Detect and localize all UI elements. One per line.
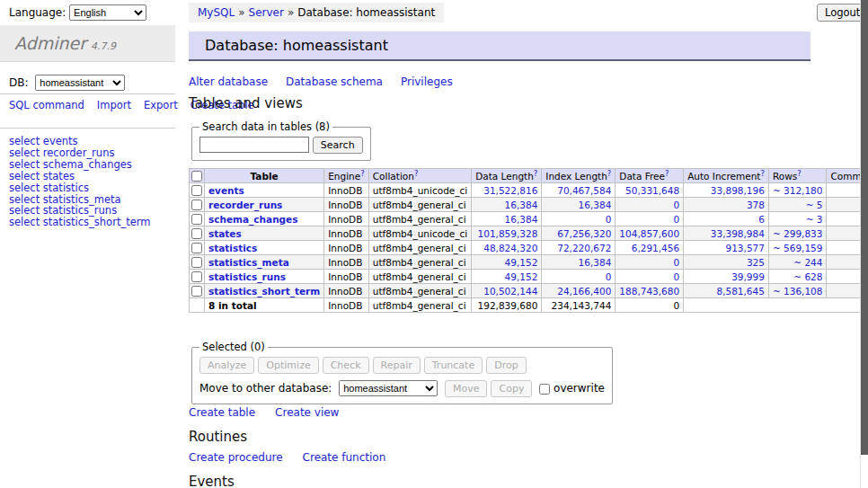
link-create-function[interactable]: Create function: [303, 451, 386, 464]
data-free-value-link[interactable]: 0: [673, 214, 679, 225]
db-link-database-schema[interactable]: Database schema: [286, 75, 383, 88]
table-name-link[interactable]: recorder_runs: [208, 200, 282, 210]
row-checkbox[interactable]: [191, 185, 202, 196]
rows-value-link[interactable]: ~ 312,180: [773, 185, 823, 196]
help-link[interactable]: ?: [607, 168, 612, 177]
data-length-value-link[interactable]: 49,152: [505, 257, 538, 268]
data-length-value-link[interactable]: 10,502,144: [483, 286, 537, 297]
table-name-link[interactable]: events: [208, 185, 244, 196]
index-length-value-link[interactable]: 16,384: [579, 200, 612, 210]
help-link[interactable]: ?: [360, 168, 365, 177]
move-move-button[interactable]: Move: [445, 380, 488, 397]
row-checkbox[interactable]: [191, 257, 202, 268]
data-free-value-link[interactable]: 188,743,680: [619, 286, 679, 297]
help-link[interactable]: ?: [797, 168, 802, 177]
row-checkbox[interactable]: [191, 228, 202, 239]
auto-increment-value-link[interactable]: 33,398,984: [711, 228, 765, 239]
rows-value-link[interactable]: ~ 628: [793, 271, 822, 282]
data-free-value-link[interactable]: 50,331,648: [625, 185, 679, 196]
table-name-link[interactable]: statistics_short_term: [208, 286, 320, 297]
help-link[interactable]: ?: [665, 168, 669, 177]
routines-heading: Routines: [189, 429, 247, 445]
move-copy-button[interactable]: Copy: [491, 380, 532, 397]
rows-value-link[interactable]: ~ 569,159: [773, 243, 823, 253]
selected-optimize-button[interactable]: Optimize: [258, 357, 318, 374]
data-free-value-link[interactable]: 6,291,456: [632, 243, 679, 253]
data-length-value-link[interactable]: 31,522,816: [483, 185, 537, 196]
sidebar-table-link-select-recorder-runs[interactable]: select recorder_runs: [9, 147, 150, 159]
rows-value-link[interactable]: ~ 5: [806, 200, 823, 210]
db-select[interactable]: homeassistant: [35, 75, 125, 91]
breadcrumb-server-link[interactable]: Server: [249, 6, 284, 19]
index-length-value-link[interactable]: 16,384: [579, 257, 612, 268]
auto-increment-value-link[interactable]: 913,577: [726, 243, 765, 253]
sidebar-table-link-select-statistics-short-term[interactable]: select statistics_short_term: [9, 217, 150, 228]
column-header-index-length: Index Length?: [542, 169, 616, 183]
index-length-value-link[interactable]: 0: [606, 271, 612, 282]
auto-increment-value-link[interactable]: 39,999: [731, 271, 765, 282]
rows-value-link[interactable]: ~ 244: [793, 257, 822, 268]
auto-increment-value-link[interactable]: 33,898,196: [711, 185, 765, 196]
table-name-link[interactable]: statistics_meta: [208, 257, 289, 268]
search-input[interactable]: [199, 137, 309, 153]
index-length-value-link[interactable]: 72,220,672: [557, 243, 611, 253]
auto-increment-value-link[interactable]: 8,581,645: [716, 286, 764, 297]
sidebar-link-export[interactable]: Export: [144, 99, 178, 111]
rows-value-link[interactable]: ~ 299,833: [773, 228, 823, 239]
sidebar-table-link-select-states[interactable]: select states: [9, 171, 150, 182]
overwrite-checkbox[interactable]: [539, 384, 550, 395]
data-length-value-link[interactable]: 16,384: [505, 214, 538, 225]
help-link[interactable]: ?: [534, 168, 538, 177]
selected-repair-button[interactable]: Repair: [373, 357, 421, 374]
table-name-link[interactable]: statistics: [208, 243, 257, 253]
row-checkbox[interactable]: [191, 214, 202, 225]
breadcrumb-mysql-link[interactable]: MySQL: [198, 6, 235, 19]
select-all-checkbox[interactable]: [191, 171, 202, 182]
data-length-value-link[interactable]: 16,384: [505, 200, 538, 210]
language-select[interactable]: English: [69, 4, 146, 21]
rows-value-link[interactable]: ~ 3: [806, 214, 823, 225]
sidebar-table-link-select-statistics[interactable]: select statistics: [9, 182, 150, 194]
db-link-privileges[interactable]: Privileges: [401, 75, 453, 88]
table-name-link[interactable]: statistics_runs: [208, 271, 286, 282]
auto-increment-value-link[interactable]: 6: [758, 214, 765, 225]
link-create-table[interactable]: Create table: [189, 406, 255, 419]
auto-increment-value-link[interactable]: 325: [747, 257, 765, 268]
table-name-link[interactable]: schema_changes: [208, 214, 298, 225]
sidebar-link-import[interactable]: Import: [97, 99, 131, 111]
row-checkbox[interactable]: [191, 271, 202, 282]
link-create-view[interactable]: Create view: [275, 406, 339, 419]
rows-value-link[interactable]: ~ 136,108: [773, 286, 823, 297]
row-checkbox[interactable]: [191, 200, 202, 210]
data-length-value-link[interactable]: 49,152: [505, 271, 538, 282]
selected-truncate-button[interactable]: Truncate: [424, 357, 483, 374]
help-link[interactable]: ?: [414, 168, 419, 177]
help-link[interactable]: ?: [760, 168, 765, 177]
table-name-link[interactable]: states: [208, 228, 242, 239]
search-button[interactable]: Search: [313, 137, 363, 154]
row-checkbox[interactable]: [191, 243, 202, 253]
data-length-value-link[interactable]: 48,824,320: [483, 243, 537, 253]
data-free-value-link[interactable]: 104,857,600: [619, 228, 679, 239]
sidebar-table-link-select-events[interactable]: select events: [9, 136, 150, 147]
index-length-value-link[interactable]: 70,467,584: [557, 185, 611, 196]
db-link-alter-database[interactable]: Alter database: [189, 75, 268, 88]
data-free-value-link[interactable]: 0: [673, 271, 679, 282]
index-length-value-link[interactable]: 67,256,320: [557, 228, 611, 239]
index-length-value-link[interactable]: 0: [606, 214, 612, 225]
selected-drop-button[interactable]: Drop: [486, 357, 526, 374]
data-length-value-link[interactable]: 101,859,328: [478, 228, 538, 239]
data-free-value-link[interactable]: 0: [673, 257, 679, 268]
index-length-value-link[interactable]: 24,166,400: [557, 286, 611, 297]
selected-check-button[interactable]: Check: [323, 357, 369, 374]
row-checkbox[interactable]: [191, 286, 202, 297]
create-links-row: Create tableCreate view: [189, 406, 359, 419]
selected-analyze-button[interactable]: Analyze: [199, 357, 254, 374]
move-database-select[interactable]: homeassistant: [339, 380, 438, 396]
link-create-procedure[interactable]: Create procedure: [189, 451, 283, 464]
auto-increment-value-link[interactable]: 378: [747, 200, 765, 210]
sidebar-link-sql-command[interactable]: SQL command: [9, 99, 84, 111]
sidebar-table-link-select-schema-changes[interactable]: select schema_changes: [9, 159, 150, 171]
scrollbar-thumb[interactable]: [861, 0, 868, 455]
data-free-value-link[interactable]: 0: [673, 200, 679, 210]
